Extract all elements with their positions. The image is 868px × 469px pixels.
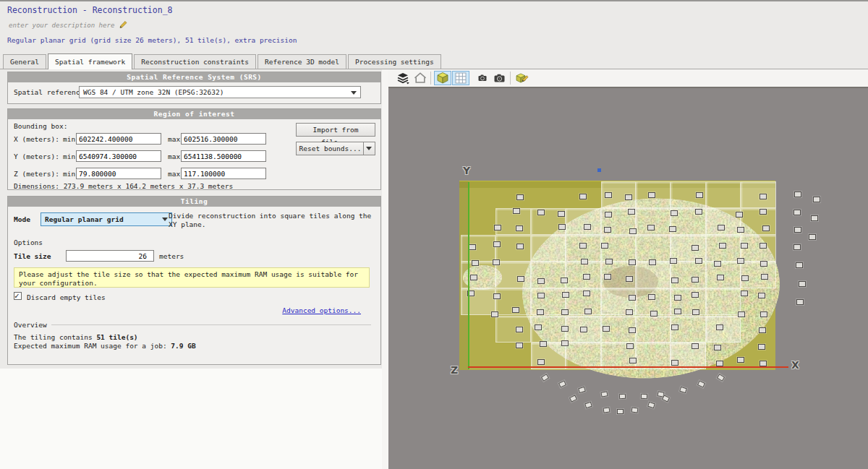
- snapshot-icon[interactable]: [490, 71, 508, 85]
- roi-z-min-input[interactable]: [76, 168, 161, 179]
- camera-marker: [561, 309, 569, 315]
- reconstruction-tile: [495, 316, 530, 343]
- camera-marker: [793, 244, 801, 250]
- camera-marker: [625, 194, 632, 200]
- tab-processing-settings[interactable]: Processing settings: [348, 54, 441, 69]
- tile-size-unit: meters: [159, 252, 184, 260]
- camera-marker: [671, 324, 678, 330]
- description-field[interactable]: enter your description here: [9, 20, 127, 30]
- options-label: Options: [14, 238, 43, 246]
- camera-marker: [716, 361, 723, 366]
- srs-select[interactable]: WGS 84 / UTM zone 32N (EPSG:32632): [79, 86, 361, 98]
- roi-x-min-input[interactable]: [76, 133, 161, 145]
- camera-marker: [561, 326, 569, 332]
- camera-marker: [669, 226, 676, 232]
- reconstruction-tile: [706, 288, 741, 315]
- overview-tile-count-prefix: The tiling contains: [14, 333, 96, 341]
- roi-x-axis-label: X (meters):: [14, 135, 59, 143]
- discard-empty-tiles-checkbox[interactable]: [14, 292, 22, 300]
- camera-marker: [603, 407, 610, 413]
- edit-pencil-icon[interactable]: [119, 20, 127, 30]
- camera-marker: [579, 243, 587, 249]
- camera-marker: [494, 225, 501, 231]
- z-axis-label: Z: [451, 364, 458, 376]
- tiling-groupbox: Tiling Mode Regular planar grid Divide r…: [7, 196, 381, 365]
- camera-marker: [695, 258, 702, 264]
- camera-marker: [794, 192, 801, 197]
- camera-marker: [671, 277, 678, 283]
- overview-tile-count-value: 51 tile(s): [96, 333, 137, 341]
- camera-marker: [584, 224, 591, 230]
- roi-x-min-label: min: [63, 135, 75, 143]
- mode-select[interactable]: Regular planar grid: [41, 212, 172, 226]
- reconstruction-tile: [741, 181, 775, 208]
- tiling-grid-icon[interactable]: [452, 71, 469, 85]
- camera-marker: [737, 357, 744, 363]
- roi-z-min-label: min: [63, 170, 75, 178]
- camera-marker: [717, 275, 724, 280]
- tab-spatial-framework[interactable]: Spatial framework: [48, 53, 132, 69]
- import-from-file-button[interactable]: Import from file...: [296, 123, 375, 137]
- layers-icon[interactable]: [394, 71, 412, 85]
- reconstruction-tile: [636, 316, 671, 343]
- tab-reference-3d-model[interactable]: Reference 3D model: [258, 54, 346, 69]
- camera-marker: [692, 292, 699, 298]
- camera-marker: [716, 324, 723, 330]
- roi-z-max-input[interactable]: [181, 168, 266, 179]
- y-axis-label: Y: [463, 165, 470, 176]
- camera-marker: [537, 293, 545, 298]
- reset-bounds-button[interactable]: Reset bounds...: [296, 142, 375, 155]
- camera-marker: [628, 209, 635, 215]
- camera-marker: [537, 359, 545, 365]
- tab-reconstruction-constraints[interactable]: Reconstruction constraints: [134, 54, 256, 69]
- snapshot-small-icon[interactable]: [474, 71, 491, 85]
- camera-marker: [605, 212, 612, 218]
- camera-marker: [796, 262, 803, 268]
- reconstruction-tile: [531, 262, 566, 288]
- camera-marker: [493, 259, 500, 265]
- roi-x-max-input[interactable]: [181, 133, 266, 145]
- advanced-options-link[interactable]: Advanced options...: [282, 306, 361, 314]
- camera-marker: [561, 277, 568, 283]
- camera-marker: [793, 210, 801, 215]
- 3d-viewport[interactable]: Y Z X: [388, 88, 868, 469]
- camera-marker: [513, 208, 520, 214]
- camera-marker: [601, 243, 608, 249]
- camera-marker: [696, 192, 703, 198]
- camera-marker: [648, 294, 655, 300]
- camera-marker: [760, 311, 767, 317]
- camera-marker: [692, 245, 699, 251]
- tab-general[interactable]: General: [3, 54, 46, 69]
- camera-marker: [629, 228, 637, 234]
- overview-label: Overview: [14, 321, 47, 329]
- reset-bounds-dropdown-arrow[interactable]: [363, 142, 375, 155]
- panel-lower-area: [0, 369, 382, 469]
- camera-marker: [670, 258, 677, 264]
- x-axis-label: X: [791, 359, 799, 371]
- mode-selected-value: Regular planar grid: [45, 215, 124, 223]
- view-cube-icon[interactable]: [434, 71, 451, 85]
- tile-size-input[interactable]: [66, 250, 154, 262]
- camera-marker: [714, 261, 721, 267]
- srs-groupbox: Spatial Reference System (SRS) Spatial r…: [7, 72, 381, 104]
- camera-marker: [760, 361, 767, 366]
- camera-marker: [493, 241, 501, 247]
- overview-separator: Overview: [14, 321, 371, 329]
- bounding-box-label: Bounding box:: [14, 122, 67, 130]
- camera-marker: [562, 292, 569, 298]
- srs-selected-value: WGS 84 / UTM zone 32N (EPSG:32632): [83, 88, 224, 96]
- roi-y-max-input[interactable]: [181, 150, 266, 162]
- camera-marker: [604, 274, 611, 280]
- roi-y-min-input[interactable]: [76, 150, 161, 162]
- ram-warning-notice: Please adjust the tile size so that the …: [14, 267, 370, 288]
- camera-marker: [537, 278, 545, 284]
- camera-marker: [516, 343, 523, 348]
- description-placeholder: enter your description here: [9, 22, 114, 29]
- camera-marker: [472, 260, 479, 266]
- roi-z-max-label: max: [168, 170, 180, 178]
- tab-bar: General Spatial framework Reconstruction…: [0, 54, 868, 69]
- home-icon[interactable]: [412, 71, 429, 85]
- edit-cube-icon[interactable]: [514, 71, 531, 85]
- camera-marker: [626, 309, 633, 315]
- camera-marker: [760, 209, 767, 215]
